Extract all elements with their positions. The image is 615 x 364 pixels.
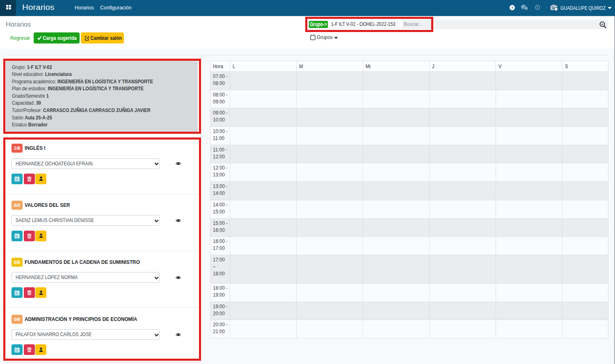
svg-text:?: ? bbox=[511, 5, 514, 10]
